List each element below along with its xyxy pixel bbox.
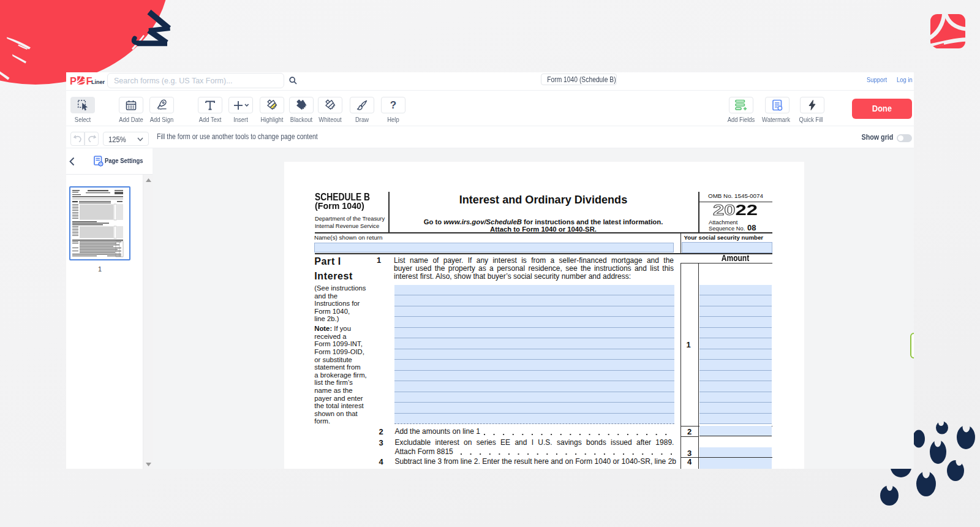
svg-text:Liner: Liner [91,78,105,85]
svg-text:P: P [70,75,77,86]
